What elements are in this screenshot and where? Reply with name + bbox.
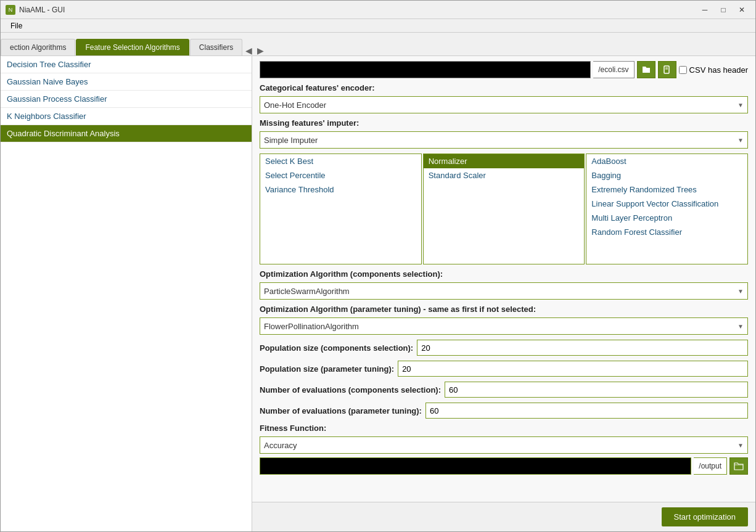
fitness-label: Fitness Function: [260,424,748,433]
classifier-extremely-randomized[interactable]: Extremely Randomized Trees [586,182,747,197]
normalizer-item[interactable]: Normalizer [424,154,585,168]
main-window: N NiaAML - GUI ─ □ ✕ File ection Algorit… [0,0,756,532]
tabs-area: ection Algorithms Feature Selection Algo… [1,33,755,56]
title-controls: ─ □ ✕ [696,4,750,16]
feature-variance-threshold[interactable]: Variance Threshold [260,182,421,197]
classifier-bagging[interactable]: Bagging [586,168,747,182]
pop-components-label: Population size (components selection): [260,343,413,353]
pop-components-row: Population size (components selection): [260,340,748,356]
menu-file[interactable]: File [6,20,27,31]
eval-tuning-input[interactable] [425,403,748,419]
standard-scaler-item[interactable]: Standard Scaler [424,168,585,182]
output-row: /output [260,457,748,475]
missing-label: Missing features' imputer: [260,118,748,128]
left-panel: Decision Tree Classifier Gaussian Naive … [1,56,252,531]
pop-tuning-label: Population size (parameter tuning): [260,364,394,374]
classifier-linear-svc[interactable]: Linear Support Vector Classification [586,197,747,211]
eval-tuning-row: Number of evaluations (parameter tuning)… [260,403,748,419]
tab-scroll-left[interactable]: ◀ [243,46,255,55]
title-bar: N NiaAML - GUI ─ □ ✕ [1,1,755,19]
three-col-lists: Select K Best Select Percentile Variance… [260,153,748,264]
title-bar-left: N NiaAML - GUI [6,5,65,15]
window-title: NiaAML - GUI [19,6,65,14]
list-item-decision-tree[interactable]: Decision Tree Classifier [1,56,252,73]
opt-algo-tuning-label: Optimization Algorithm (parameter tuning… [260,305,748,314]
pop-components-input[interactable] [417,340,748,356]
tab-classifiers[interactable]: Classifiers [190,39,242,55]
pop-tuning-input[interactable] [398,361,748,377]
file-suffix: /ecoli.csv [593,61,634,78]
tab-preprocessing[interactable]: ection Algorithms [1,39,75,55]
opt-algo-components-value: ParticleSwarmAlgorithm [264,287,350,296]
opt-algo-components-label: Optimization Algorithm (components selec… [260,269,748,279]
missing-dropdown[interactable]: Simple Imputer ▼ [260,131,748,149]
file-new-button[interactable] [658,61,676,78]
feature-select-percentile[interactable]: Select Percentile [260,168,421,182]
classifier-adaboost[interactable]: AdaBoost [586,154,747,168]
classifier-random-forest[interactable]: Random Forest Classifier [586,225,747,239]
output-suffix: /output [694,457,727,475]
start-optimization-button[interactable]: Start optimization [662,507,748,526]
opt-algo-components-dropdown[interactable]: ParticleSwarmAlgorithm ▼ [260,282,748,300]
opt-algo-tuning-dropdown[interactable]: FlowerPollinationAlgorithm ▼ [260,317,748,335]
feature-selection-list: Select K Best Select Percentile Variance… [260,153,422,264]
eval-components-row: Number of evaluations (components select… [260,382,748,398]
fitness-dropdown[interactable]: Accuracy ▼ [260,436,748,454]
opt-algo-components-arrow-icon: ▼ [738,288,744,295]
pop-tuning-row: Population size (parameter tuning): [260,361,748,377]
output-input-box [260,457,691,475]
output-folder-button[interactable] [729,457,748,475]
eval-components-input[interactable] [445,382,748,398]
feature-select-k-best[interactable]: Select K Best [260,154,421,168]
tab-scroll-right[interactable]: ▶ [255,46,266,55]
csv-header-checkbox[interactable] [679,66,687,74]
classifier-list: Decision Tree Classifier Gaussian Naive … [1,56,252,531]
list-item-kneighbors[interactable]: K Neighbors Classifier [1,108,252,125]
classifier-mlp[interactable]: Multi Layer Perceptron [586,211,747,225]
categorical-label: Categorical features' encoder: [260,83,748,92]
categorical-dropdown[interactable]: One-Hot Encoder ▼ [260,96,748,113]
list-item-quadratic[interactable]: Quadratic Discriminant Analysis [1,125,252,142]
file-open-button[interactable] [637,61,655,78]
fitness-arrow-icon: ▼ [738,442,744,449]
missing-value: Simple Imputer [264,136,318,145]
missing-arrow-icon: ▼ [738,137,744,144]
tab-feature-selection[interactable]: Feature Selection Algorithms [76,39,189,55]
eval-tuning-label: Number of evaluations (parameter tuning)… [260,406,422,415]
csv-check-row: CSV has header [679,65,748,75]
bottom-row: Start optimization [252,502,755,531]
categorical-value: One-Hot Encoder [264,100,326,110]
categorical-arrow-icon: ▼ [738,102,744,108]
file-input-box [260,61,591,78]
app-icon: N [6,5,15,15]
opt-algo-tuning-arrow-icon: ▼ [738,323,744,330]
opt-algo-tuning-value: FlowerPollinationAlgorithm [264,322,359,331]
menu-bar: File [1,19,755,33]
svg-rect-0 [664,66,669,73]
fitness-value: Accuracy [264,441,297,450]
csv-header-label: CSV has header [689,65,748,75]
list-item-gaussian-process[interactable]: Gaussian Process Classifier [1,91,252,108]
eval-components-label: Number of evaluations (components select… [260,385,441,395]
classifiers-list: AdaBoost Bagging Extremely Randomized Tr… [586,153,748,264]
file-row: /ecoli.csv CSV has header [260,61,748,78]
normalizer-list: Normalizer Standard Scaler [423,153,585,264]
list-item-gaussian-naive[interactable]: Gaussian Naive Bayes [1,73,252,91]
minimize-button[interactable]: ─ [696,4,713,16]
main-content: Decision Tree Classifier Gaussian Naive … [1,56,755,531]
close-button[interactable]: ✕ [733,4,750,16]
maximize-button[interactable]: □ [715,4,732,16]
right-panel: /ecoli.csv CSV has header Categorical fe… [252,56,755,502]
